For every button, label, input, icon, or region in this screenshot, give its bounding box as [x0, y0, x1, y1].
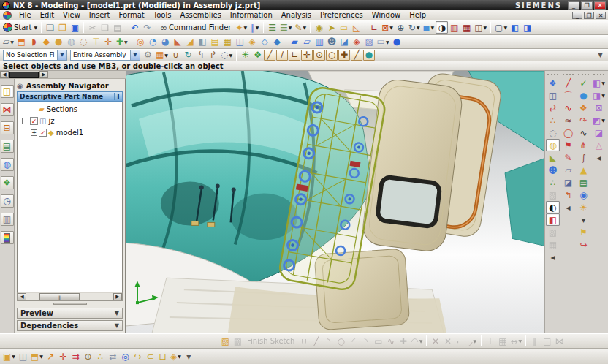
viewport-3d-model[interactable] — [126, 71, 544, 333]
roles-tab-button[interactable] — [1, 231, 14, 244]
assembly-navigator-tab-button[interactable]: ◫ — [1, 85, 14, 98]
snap-point-on-curve-button[interactable]: ╱ — [351, 50, 362, 61]
hook-curve-button[interactable]: ↪ — [577, 238, 590, 251]
component-group-button[interactable]: ∴ — [546, 176, 560, 189]
subtract-button[interactable]: ◌ — [77, 36, 90, 48]
sphere-surface-button[interactable]: ● — [391, 36, 403, 48]
col1-collapse-button[interactable]: ◂ — [546, 251, 560, 263]
move-component-button[interactable]: ✛ — [57, 350, 69, 363]
shaded-dropdown[interactable]: ▼ — [431, 25, 435, 30]
preview-chevron-icon[interactable]: ▼ — [115, 310, 119, 316]
draft-button[interactable]: ◢ — [184, 36, 197, 48]
simple-interference-button[interactable]: ● — [577, 89, 590, 102]
selection-sphere-button[interactable]: ◌ — [546, 126, 560, 139]
snap-endpoint-button[interactable]: ╱ — [264, 50, 276, 61]
selection-filter-arrow-icon[interactable]: ▼ — [57, 50, 66, 60]
sketch-on-plane-button[interactable]: ▱ — [561, 164, 575, 176]
exploded-view-dropdown[interactable]: ▼ — [178, 354, 181, 359]
through-curves-button[interactable]: ▱ — [301, 36, 314, 48]
menu-tools[interactable]: Tools — [149, 10, 176, 20]
reuse-library-tab-button[interactable]: ▤ — [1, 140, 14, 153]
pattern-component-button[interactable]: ∴ — [94, 350, 107, 363]
light-analysis-button[interactable]: ☀ — [577, 201, 590, 213]
label-chamfer-button[interactable]: △ — [592, 139, 606, 151]
measure-button[interactable]: ∥▼ — [248, 21, 261, 34]
tree-scroll-left-icon[interactable]: ◀ — [18, 293, 26, 300]
selection-filter-combo[interactable]: No Selection Fi ▼ — [3, 50, 67, 61]
scroll-thumb[interactable] — [10, 72, 39, 78]
selection-preferences-button[interactable]: ✦▼ — [234, 21, 248, 34]
prev-selection-button[interactable]: ↰ — [194, 50, 207, 61]
note-flag-button[interactable]: ⚑ — [577, 226, 590, 238]
thicken-button[interactable]: ◆ — [271, 36, 284, 48]
open-component-button[interactable]: ◫ — [17, 350, 29, 363]
snap-arc-center-button[interactable]: ⊙ — [314, 50, 325, 61]
sketch-task-env-button[interactable]: ▨ — [219, 335, 232, 347]
delete-face-button[interactable]: ⊠ — [592, 102, 606, 114]
menu-view[interactable]: View — [58, 10, 85, 20]
profile-curve-button[interactable]: ◯ — [561, 126, 575, 139]
snap-point-toggle-button[interactable]: ✳ — [239, 50, 251, 61]
start-button[interactable]: Start▼ — [1, 21, 39, 34]
snap-existing-point-button[interactable]: ✚ — [338, 50, 350, 61]
col3-collapse-button[interactable]: ▾ — [577, 213, 590, 226]
find-component-dropdown[interactable]: ▼ — [12, 354, 15, 359]
work-section-button[interactable]: ◣ — [546, 151, 560, 164]
highlight-rotate-button[interactable]: ↻ — [182, 50, 194, 61]
studio-spline-button[interactable]: ∿ — [561, 102, 575, 114]
system-materials-tab-button[interactable]: ▥ — [1, 213, 14, 226]
pin-icon[interactable]: ◉ — [17, 82, 23, 90]
pull-face-button[interactable]: ◨▼ — [592, 89, 606, 102]
hd3d-tools-tab-button[interactable]: ❖ — [1, 176, 14, 189]
show-hide-button[interactable]: ◉ — [313, 21, 325, 34]
child-close-button[interactable]: ✕ — [596, 12, 606, 19]
minimize-button[interactable]: _ — [568, 1, 580, 10]
exploded-view-button[interactable]: ◈▼ — [169, 350, 183, 363]
shaded-button[interactable]: ◼▼ — [422, 21, 436, 34]
n-sided-surface-button[interactable]: ◈ — [351, 36, 363, 48]
datum-display-button[interactable]: ▭ — [338, 21, 350, 34]
expander-expanded-icon[interactable]: − — [22, 118, 28, 124]
undo-button[interactable]: ↶ — [129, 21, 141, 34]
part-navigator-tab-button[interactable]: ⊟ — [1, 121, 14, 134]
swept-button[interactable]: ◪ — [338, 36, 351, 48]
block-button[interactable]: ◆ — [40, 36, 53, 48]
extract-curve-button[interactable]: ↰ — [561, 189, 575, 201]
menu-edit[interactable]: Edit — [36, 10, 58, 20]
open-button[interactable]: ❐ — [56, 21, 69, 34]
user-view-button[interactable]: ☻ — [546, 164, 560, 176]
layer-settings-button[interactable]: ☰▼ — [278, 21, 293, 34]
ruled-surface-button[interactable]: ▰ — [289, 36, 301, 48]
studio-render-button[interactable]: ▦ — [460, 21, 473, 34]
col2-collapse-button[interactable]: ◂ — [561, 201, 575, 213]
assembly-tree[interactable]: ▰Sections−✓◫jz+✓◆model1 — [17, 102, 123, 292]
bounded-plane-dropdown[interactable]: ▼ — [386, 39, 390, 45]
thread-button[interactable]: ▤ — [209, 36, 221, 48]
snap-options-dropdown[interactable]: ▼ — [164, 53, 168, 58]
suppress-component-button[interactable]: ⊟ — [156, 350, 169, 363]
comb-analysis-button[interactable]: ⋔ — [577, 139, 590, 151]
cylinder-button[interactable]: ● — [53, 36, 65, 48]
resize-face-button[interactable]: ◪ — [592, 126, 606, 139]
measure-dropdown[interactable]: ▼ — [256, 25, 259, 30]
sk-ellipse-dropdown[interactable]: ▼ — [419, 338, 423, 344]
offset-surface-button[interactable]: ◇ — [259, 36, 271, 48]
sketch-button[interactable]: ▱▼ — [1, 36, 15, 48]
trim-body-button[interactable]: ◧ — [197, 36, 209, 48]
product-outline-button[interactable]: ∴ — [546, 114, 560, 126]
constraint-navigator-tab-button[interactable]: ⋈ — [1, 103, 14, 116]
helix-button[interactable]: ≈ — [561, 114, 575, 126]
menu-preferences[interactable]: Preferences — [316, 10, 368, 20]
wireframe-shaded-button[interactable]: ▥ — [448, 21, 460, 34]
lasso-button[interactable]: ◌▼ — [219, 50, 234, 61]
unite-button[interactable]: ◍ — [65, 36, 77, 48]
close-button[interactable]: ✕ — [594, 1, 606, 10]
view-layer-button[interactable]: ☰ — [266, 21, 278, 34]
shaded-with-edges-button[interactable]: ◑ — [436, 21, 448, 34]
surface-continuity-button[interactable]: ▲ — [577, 164, 590, 176]
dependencies-section-header[interactable]: Dependencies ▼ — [17, 320, 123, 331]
window-display-button[interactable]: ❖ — [546, 77, 560, 89]
pull-face-dropdown[interactable]: ▼ — [601, 93, 605, 98]
col4-collapse-button[interactable]: ◂ — [592, 151, 606, 164]
edge-blend-button[interactable]: ◕ — [159, 36, 172, 48]
